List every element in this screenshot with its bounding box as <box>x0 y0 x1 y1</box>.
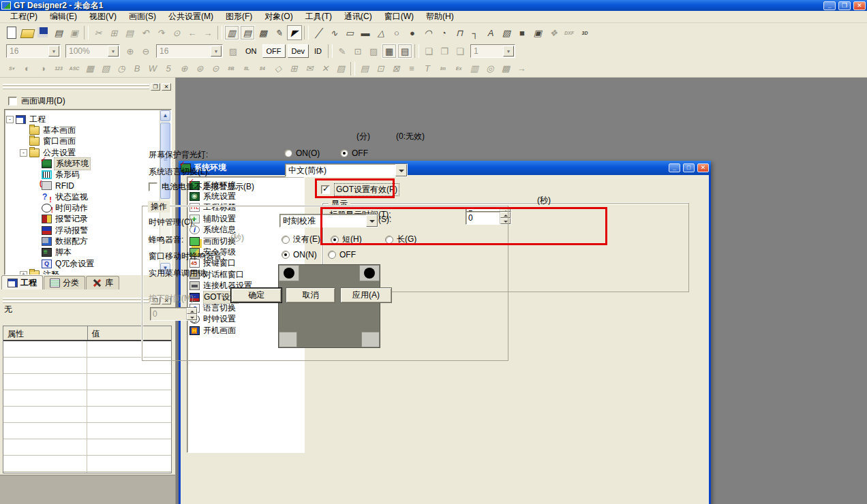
ascii-display-icon[interactable]: ASC <box>67 61 82 76</box>
filled-rect-tool-icon[interactable]: ▬ <box>358 25 373 40</box>
tree-item[interactable]: 时间动作 <box>6 202 159 213</box>
tree-item[interactable]: 脚本 <box>6 247 159 258</box>
numerical-display-icon[interactable]: 123 <box>51 61 66 76</box>
dev-button[interactable]: Dev <box>288 44 309 58</box>
tree-item[interactable]: 报警记录 <box>6 214 159 225</box>
level-display-icon[interactable]: ◇ <box>271 61 286 76</box>
layer-front-icon[interactable]: ❏ <box>421 44 436 59</box>
tree-expander[interactable] <box>6 116 14 123</box>
screen-property-icon[interactable]: ▥ <box>224 25 239 40</box>
multi-paste-icon[interactable]: ⊠ <box>389 61 404 76</box>
filled-panel-icon[interactable]: ■ <box>515 25 530 40</box>
bit-lamp-icon[interactable]: ◐ <box>20 61 35 76</box>
chevron-down-icon[interactable]: ▼ <box>108 46 119 57</box>
separator[interactable] <box>304 26 309 40</box>
fill-pattern-icon[interactable]: ▩ <box>498 61 513 76</box>
rect-tool-icon[interactable]: ▭ <box>342 25 357 40</box>
menu-item[interactable]: 公共设置(M) <box>162 10 219 23</box>
polyline-tool-icon[interactable]: ∿ <box>326 25 341 40</box>
menu-item[interactable]: 帮助(H) <box>420 10 460 23</box>
menu-item[interactable]: 工程(P) <box>4 10 44 23</box>
move-buzzer-off-option[interactable]: OFF <box>328 250 356 259</box>
clock-display-icon[interactable]: ◷ <box>114 61 129 76</box>
cancel-button[interactable]: 取消 <box>286 287 335 303</box>
tree-item[interactable]: 数据配方 <box>6 236 159 247</box>
backlight-on-option[interactable]: ON(O) <box>284 148 320 158</box>
buzzer-long-radio[interactable] <box>385 236 393 244</box>
tree-item[interactable]: RFID <box>6 180 159 191</box>
grid-toggle-icon[interactable]: ▦ <box>382 44 397 59</box>
backlight-off-radio[interactable] <box>340 149 348 157</box>
backlight-off-option[interactable]: OFF <box>340 148 368 158</box>
tree-item[interactable]: 窗口画面 <box>6 136 159 147</box>
screen-list-icon[interactable]: ▤ <box>240 25 255 40</box>
zoom-in-icon[interactable]: ⊕ <box>123 44 138 59</box>
test-tool-icon[interactable]: T <box>420 61 435 76</box>
screen-call-checkbox[interactable] <box>8 97 17 106</box>
text-tool-icon[interactable]: A <box>483 25 498 40</box>
tree-item[interactable]: 工程 <box>6 114 159 125</box>
menu-item[interactable]: 编辑(E) <box>44 10 83 23</box>
circle-tool-icon[interactable]: ○ <box>389 25 404 40</box>
tree-item[interactable]: Q冗余设置 <box>6 258 159 269</box>
word-parts-icon[interactable]: 8L <box>239 61 254 76</box>
next-arrow-icon[interactable]: → <box>514 61 529 76</box>
zoom-out-icon[interactable]: ⊖ <box>138 44 153 59</box>
panelmeter-object-icon[interactable]: ⊞ <box>286 61 301 76</box>
utility-key-bottom-right[interactable] <box>361 332 380 347</box>
multi-copy-icon[interactable]: ⊡ <box>373 61 388 76</box>
menu-item[interactable]: 对象(O) <box>258 10 299 23</box>
paint-object-icon[interactable]: ▨ <box>333 61 348 76</box>
copy-icon[interactable]: ⊞ <box>106 25 121 40</box>
list-toggle-icon[interactable]: ▤ <box>397 44 412 59</box>
word-comment-icon[interactable]: W <box>145 61 160 76</box>
device-monitor-icon[interactable]: ▥ <box>467 61 482 76</box>
layer-combo[interactable]: 1▼ <box>470 44 515 58</box>
panel-gripper[interactable]: ❐ ✕ <box>3 83 172 90</box>
dialog-close-button[interactable]: ✕ <box>697 163 709 172</box>
word-lamp-icon[interactable]: ◑ <box>35 61 50 76</box>
menu-item[interactable]: 窗口(W) <box>378 10 420 23</box>
chevron-down-icon[interactable]: ▼ <box>211 46 222 57</box>
shape-style-icon[interactable]: ⊡ <box>350 44 365 59</box>
layer-back-icon[interactable]: ❑ <box>453 44 468 59</box>
separator[interactable] <box>350 62 355 76</box>
forward-icon[interactable]: → <box>200 25 215 40</box>
fill-color-icon[interactable]: ▨ <box>366 44 381 59</box>
open-file-icon[interactable] <box>20 25 35 40</box>
menu-item[interactable]: 视图(V) <box>83 10 123 23</box>
grid-color-icon[interactable]: ▨ <box>226 44 241 59</box>
got-enable-checkbox[interactable] <box>321 185 330 194</box>
dialog-minimize-button[interactable]: _ <box>669 163 680 172</box>
data-list-icon[interactable]: ≡ <box>404 61 419 76</box>
tree-item[interactable]: 注释 <box>6 269 159 275</box>
utility-key-top-left[interactable] <box>279 265 299 281</box>
export-icon[interactable]: Ex <box>451 61 466 76</box>
language-combo[interactable]: 中文(简体) <box>285 163 408 177</box>
on-button[interactable]: ON <box>242 44 260 58</box>
scroll-up-icon[interactable]: ▲ <box>160 110 170 121</box>
close-key-icon[interactable]: ✕ <box>318 61 333 76</box>
cut-icon[interactable]: ✂ <box>91 25 106 40</box>
tree-item[interactable]: 条形码 <box>6 169 159 180</box>
tree-expander[interactable] <box>20 149 27 157</box>
arc-tool-icon[interactable]: ◠ <box>421 25 436 40</box>
fixed-parts-icon[interactable]: 84 <box>255 61 270 76</box>
battery-alarm-checkbox[interactable] <box>149 183 157 191</box>
redo-icon[interactable]: ↷ <box>153 25 168 40</box>
buzzer-short-radio[interactable] <box>331 236 339 244</box>
panel-close-icon[interactable]: ✕ <box>162 83 171 91</box>
buzzer-none-option[interactable]: 没有(E) <box>282 234 320 245</box>
backlight-on-radio[interactable] <box>284 149 292 157</box>
panel-meter-icon[interactable]: ▣ <box>530 25 545 40</box>
panel-tab[interactable]: 分类 <box>44 276 85 289</box>
pipe-tool-icon[interactable]: ┐ <box>468 25 483 40</box>
utility-key-pad[interactable] <box>278 264 380 348</box>
buzzer-short-option[interactable]: 短(H) <box>331 234 362 245</box>
restore-button[interactable]: ❐ <box>838 1 851 10</box>
chevron-down-icon[interactable]: ▼ <box>48 46 59 57</box>
brush-tool-icon[interactable]: ▧ <box>499 25 514 40</box>
tree-item[interactable]: 基本画面 <box>6 125 159 136</box>
screen-preview-icon[interactable]: ▤ <box>51 25 66 40</box>
ok-button[interactable]: 确定 <box>230 287 282 303</box>
